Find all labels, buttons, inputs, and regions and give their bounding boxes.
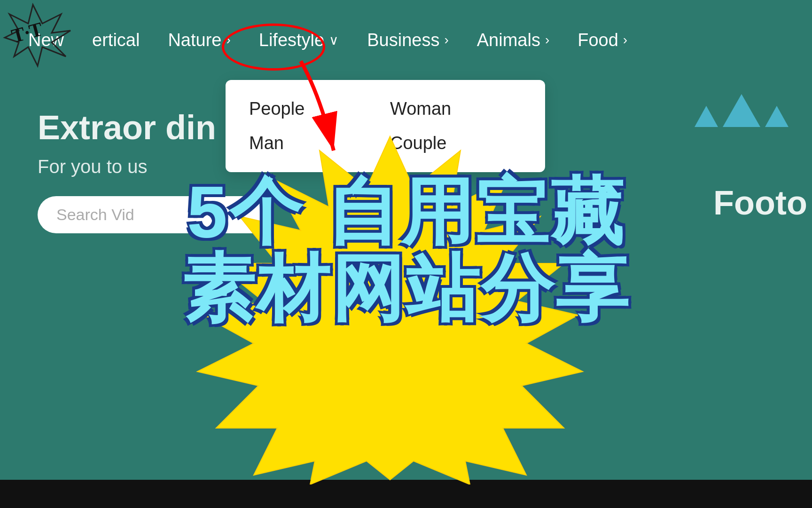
nav-item-business[interactable]: Business ›: [367, 30, 449, 50]
nav-label-lifestyle: Lifestyle: [259, 30, 324, 50]
nav-item-nature[interactable]: Nature ›: [168, 30, 230, 50]
dropdown-item-couple[interactable]: Couple: [390, 133, 522, 153]
logo-area: T·T: [0, 0, 150, 75]
triangle-small-1: [695, 106, 718, 127]
triangle-small-2: [765, 106, 789, 127]
footo-text: Footo: [713, 183, 812, 222]
triangle-large: [723, 94, 760, 127]
chevron-right-icon-3: ›: [545, 32, 549, 48]
nav-label-nature: Nature: [168, 30, 221, 50]
chevron-right-icon: ›: [226, 32, 230, 48]
nav-item-animals[interactable]: Animals ›: [477, 30, 549, 50]
nav-item-food[interactable]: Food ›: [578, 30, 627, 50]
search-placeholder: Search Vid: [56, 206, 134, 224]
logo-svg: T·T: [0, 0, 150, 75]
chevron-down-icon: ∨: [329, 32, 339, 48]
dropdown-item-man[interactable]: Man: [249, 133, 381, 153]
nav-label-food: Food: [578, 30, 618, 50]
blue-triangles-decoration: [695, 94, 789, 127]
nav-label-business: Business: [367, 30, 439, 50]
chevron-right-icon-4: ›: [623, 32, 627, 48]
dropdown-item-people[interactable]: People: [249, 99, 381, 119]
chevron-right-icon-2: ›: [444, 32, 448, 48]
search-bar[interactable]: Search Vid: [38, 196, 273, 233]
nav-label-animals: Animals: [477, 30, 540, 50]
dropdown-item-woman[interactable]: Woman: [390, 99, 522, 119]
bottom-bar: [0, 480, 812, 508]
lifestyle-dropdown: People Woman Man Couple: [226, 80, 545, 172]
nav-item-lifestyle[interactable]: Lifestyle ∨: [259, 30, 339, 50]
